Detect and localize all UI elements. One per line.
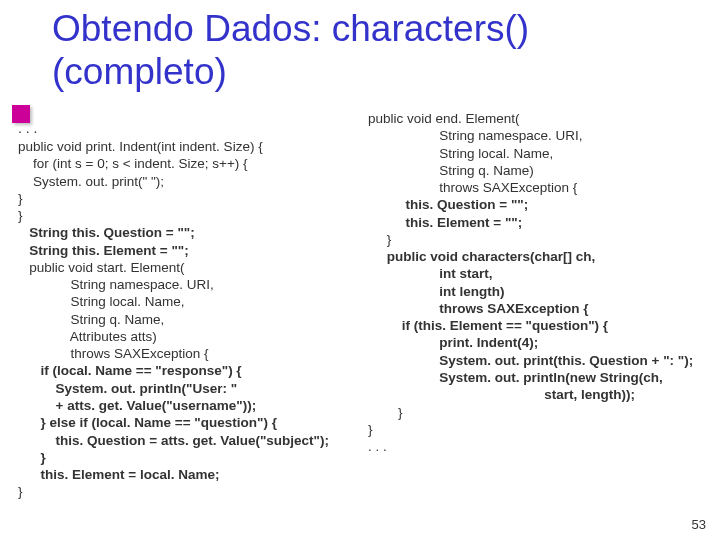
- code-line: System. out. print(" ");: [18, 173, 388, 190]
- code-line: String q. Name): [368, 162, 720, 179]
- code-line: for (int s = 0; s < indent. Size; s++) {: [18, 155, 388, 172]
- code-line-bold: + atts. get. Value("username"));: [18, 397, 388, 414]
- code-line-bold: int start,: [368, 265, 720, 282]
- code-line: }: [18, 483, 388, 500]
- code-line: }: [368, 404, 720, 421]
- code-line: String local. Name,: [368, 145, 720, 162]
- code-line: String namespace. URI,: [18, 276, 388, 293]
- code-right-column: public void end. Element( String namespa…: [368, 110, 720, 455]
- code-line-bold: this. Question = "";: [368, 196, 720, 213]
- code-line-bold: this. Question = atts. get. Value("subje…: [18, 432, 388, 449]
- code-line-bold: public void characters(char[] ch,: [368, 248, 720, 265]
- code-line: Attributes atts): [18, 328, 388, 345]
- code-line: }: [368, 231, 720, 248]
- code-left-column: public void print. Indent(int indent. Si…: [18, 138, 388, 501]
- code-line: throws SAXException {: [18, 345, 388, 362]
- code-line: public void start. Element(: [18, 259, 388, 276]
- code-line: . . .: [368, 438, 720, 455]
- page-number: 53: [692, 517, 706, 532]
- code-line-bold: System. out. println(new String(ch,: [368, 369, 720, 386]
- code-line: }: [18, 190, 388, 207]
- code-line: public void end. Element(: [368, 110, 720, 127]
- code-line: String q. Name,: [18, 311, 388, 328]
- slide-title: Obtendo Dados: characters()(completo): [52, 8, 529, 93]
- code-line: String namespace. URI,: [368, 127, 720, 144]
- code-line-bold: String this. Question = "";: [18, 224, 388, 241]
- code-line-bold: }: [18, 449, 388, 466]
- code-line-bold: this. Element = "";: [368, 214, 720, 231]
- code-line-bold: System. out. print(this. Question + ": "…: [368, 352, 720, 369]
- code-line-bold: throws SAXException {: [368, 300, 720, 317]
- code-line: public void print. Indent(int indent. Si…: [18, 138, 388, 155]
- code-line: }: [18, 207, 388, 224]
- code-line-bold: } else if (local. Name == "question") {: [18, 414, 388, 431]
- code-line: }: [368, 421, 720, 438]
- code-line: String local. Name,: [18, 293, 388, 310]
- ellipsis-left: . . .: [18, 120, 37, 136]
- code-line: throws SAXException {: [368, 179, 720, 196]
- code-line-bold: int length): [368, 283, 720, 300]
- code-line-bold: String this. Element = "";: [18, 242, 388, 259]
- code-line-bold: if (this. Element == "question") {: [368, 317, 720, 334]
- code-line-bold: print. Indent(4);: [368, 334, 720, 351]
- code-line-bold: if (local. Name == "response") {: [18, 362, 388, 379]
- code-line-bold: System. out. println("User: ": [18, 380, 388, 397]
- code-line-bold: this. Element = local. Name;: [18, 466, 388, 483]
- code-line-bold: start, length));: [368, 386, 720, 403]
